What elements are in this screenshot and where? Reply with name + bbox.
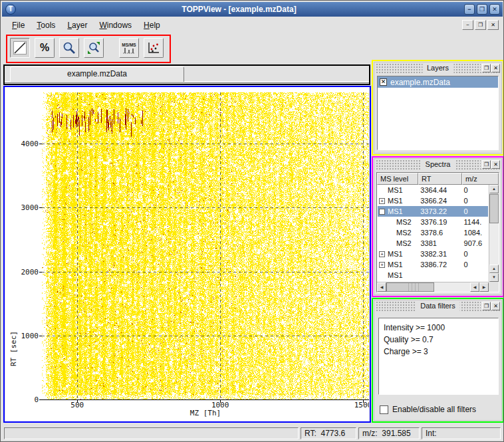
spectrum-row[interactable]: MS2 3378.6 1084. — [378, 227, 488, 238]
spectra-close-button[interactable]: ✕ — [491, 160, 500, 169]
scrollbar-corner — [489, 282, 499, 292]
status-rt: RT: 4773.6 — [301, 427, 356, 439]
percent-icon: % — [40, 42, 49, 54]
y-tick-mark — [39, 399, 42, 400]
filters-panel-titlebar[interactable]: Data filters ❐ ✕ — [376, 301, 500, 311]
vertical-scroll-thumb[interactable] — [489, 194, 499, 223]
menu-tools[interactable]: Tools — [31, 19, 61, 32]
window-title: TOPPView - [example.mzData] — [22, 2, 456, 17]
filter-item[interactable]: Charge >= 3 — [384, 346, 493, 358]
spectra-tree-table: MS level RT m/z MS1 3364.44 0 +MS1 3366.… — [376, 172, 499, 292]
scroll-right-icon[interactable]: ▶ — [479, 282, 489, 292]
status-bar: RT: 4773.6 m/z: 391.585 Int: — [2, 426, 503, 441]
column-header-mz[interactable]: m/z — [462, 173, 499, 185]
intensity-percentage-button[interactable]: % — [35, 38, 55, 58]
msms-icon: MS/MS — [122, 43, 136, 47]
spectrum-row-selected[interactable]: -MS1 3373.22 0 — [378, 206, 488, 217]
enable-filters-checkbox[interactable] — [380, 405, 388, 414]
y-tick-label: 3000 — [5, 203, 39, 212]
spectrum-row[interactable]: MS1 — [378, 270, 488, 280]
layers-list: example.mzData — [377, 76, 499, 150]
x-axis-label: MZ [Th] — [42, 409, 369, 417]
status-message — [4, 427, 299, 439]
mdi-minimize-button[interactable]: − — [462, 20, 473, 30]
scroll-up-icon[interactable]: ▲ — [489, 265, 499, 273]
spectrum-row[interactable]: +MS1 3382.31 0 — [378, 249, 488, 259]
spectrum-row[interactable]: MS2 3376.19 1144. — [378, 217, 488, 227]
msms-view-button[interactable]: MS/MS — [119, 38, 139, 58]
scroll-down-icon[interactable]: ▼ — [489, 273, 499, 282]
filters-close-button[interactable]: ✕ — [491, 302, 500, 310]
y-tick-mark — [39, 336, 42, 336]
expander-minus-icon[interactable]: - — [379, 209, 385, 215]
column-header-ms-level[interactable]: MS level — [377, 173, 418, 185]
enable-filters-label: Enable/disable all filters — [392, 405, 476, 414]
application-window: T TOPPView - [example.mzData] − ❐ ✕ File… — [0, 0, 504, 442]
data-filters-panel: Data filters ❐ ✕ Intensity >= 1000 Quali… — [374, 300, 502, 421]
vertical-scrollbar[interactable]: ▲ ▲ ▼ — [489, 185, 499, 282]
layers-panel-title: Layers — [422, 63, 453, 73]
msms-peaks-icon — [122, 47, 136, 54]
layer-visibility-checkbox-checked-icon[interactable] — [380, 78, 387, 86]
menu-file[interactable]: File — [6, 19, 31, 32]
spectra-float-button[interactable]: ❐ — [482, 160, 491, 169]
line-plot-icon — [13, 41, 27, 55]
peak-map-view: 5001000150001000200030004000 MZ [Th] RT … — [5, 87, 369, 421]
magnifier-icon — [62, 41, 76, 55]
spectra-panel: Spectra ❐ ✕ MS level RT m/z MS1 3364.44 … — [374, 158, 502, 295]
zoom-button[interactable] — [59, 38, 79, 58]
filter-item[interactable]: Intensity >= 1000 — [384, 322, 493, 334]
expander-plus-icon[interactable]: + — [379, 262, 385, 268]
y-tick-label: 4000 — [5, 140, 39, 148]
mdi-close-button[interactable]: ✕ — [487, 20, 499, 30]
spectrum-row[interactable]: MS1 3364.44 0 — [378, 185, 488, 195]
scatter-plot-icon — [146, 41, 161, 55]
peak-map-canvas[interactable] — [42, 92, 369, 400]
spectra-panel-title: Spectra — [421, 160, 455, 169]
menu-help[interactable]: Help — [138, 19, 166, 32]
filters-float-button[interactable]: ❐ — [482, 302, 491, 310]
magnifier-arrows-icon — [86, 41, 101, 55]
menu-bar: File Tools Layer Windows Help − ❐ ✕ — [2, 18, 503, 33]
spectrum-row[interactable]: +MS1 3366.24 0 — [378, 195, 488, 206]
scroll-up-icon[interactable]: ▲ — [489, 185, 499, 193]
tab-example-mzdata[interactable]: example.mzData — [10, 66, 184, 82]
menu-windows[interactable]: Windows — [93, 19, 138, 32]
y-tick-mark — [39, 207, 42, 208]
spectra-panel-titlebar[interactable]: Spectra ❐ ✕ — [376, 160, 500, 169]
scroll-left-icon[interactable]: ◀ — [470, 282, 479, 292]
title-bar[interactable]: T TOPPView - [example.mzData] − ❐ ✕ — [2, 2, 503, 17]
y-tick-label: 2000 — [5, 268, 39, 276]
y-tick-label: 0 — [5, 395, 39, 404]
y-tick-mark — [39, 144, 42, 144]
menu-layer[interactable]: Layer — [61, 19, 93, 32]
close-button[interactable]: ✕ — [489, 4, 500, 15]
app-icon: T — [5, 4, 16, 15]
layer-item-label: example.mzData — [390, 78, 450, 87]
y-axis-label: RT [sec] — [9, 331, 18, 366]
maximize-button[interactable]: ❐ — [477, 4, 487, 15]
spectrum-row[interactable]: +MS1 3386.72 0 — [378, 259, 488, 270]
reset-zoom-button[interactable] — [84, 38, 104, 58]
spectra-rows: MS1 3364.44 0 +MS1 3366.24 0 -MS1 3373.2… — [378, 185, 488, 282]
y-tick-mark — [39, 272, 42, 273]
filters-list: Intensity >= 1000 Quality >= 0.7 Charge … — [378, 318, 499, 395]
column-header-rt[interactable]: RT — [418, 173, 462, 185]
filters-panel-title: Data filters — [416, 301, 460, 311]
dot-plot-mode-button[interactable] — [144, 38, 164, 58]
layers-float-button[interactable]: ❐ — [482, 64, 491, 72]
layers-close-button[interactable]: ✕ — [491, 64, 500, 72]
layers-panel-titlebar[interactable]: Layers ❐ ✕ — [376, 63, 500, 73]
horizontal-scrollbar[interactable]: ◀ ◀ ▶ — [377, 282, 489, 292]
layer-item-example-mzdata[interactable]: example.mzData — [378, 76, 498, 88]
spectrum-row[interactable]: MS2 3381 907.6 — [378, 238, 488, 249]
horizontal-scroll-thumb[interactable] — [386, 282, 434, 292]
layers-panel: Layers ❐ ✕ example.mzData — [374, 62, 502, 154]
minimize-button[interactable]: − — [464, 4, 475, 15]
scroll-left-icon[interactable]: ◀ — [377, 282, 386, 292]
expander-plus-icon[interactable]: + — [379, 198, 385, 204]
expander-plus-icon[interactable]: + — [379, 251, 385, 257]
show-1d-view-button[interactable] — [10, 38, 30, 58]
filter-item[interactable]: Quality >= 0.7 — [384, 334, 493, 346]
mdi-restore-button[interactable]: ❐ — [475, 20, 486, 30]
